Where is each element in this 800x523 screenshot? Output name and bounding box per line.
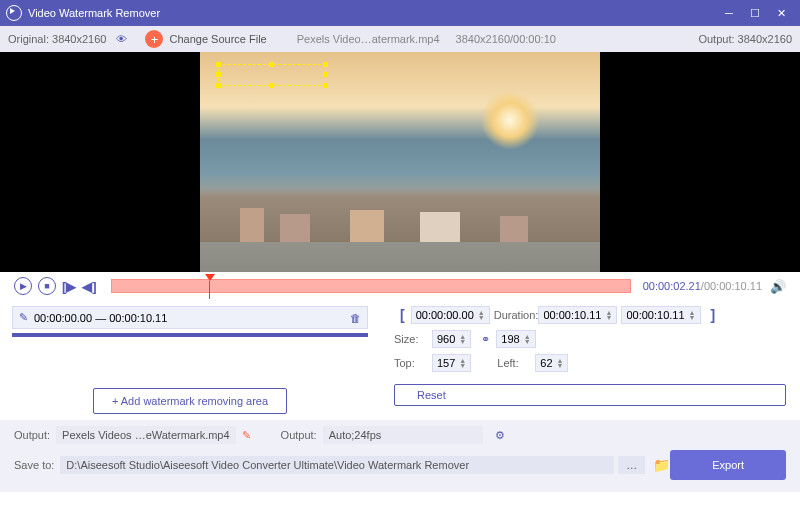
height-input[interactable]: 198▲▼: [496, 330, 535, 348]
watermark-selection-box[interactable]: [218, 64, 326, 86]
add-watermark-area-button[interactable]: + Add watermark removing area: [93, 388, 287, 414]
output-resolution: Output: 3840x2160: [698, 33, 792, 45]
properties-panel: [ 00:00:00.00▲▼ Duration: 00:00:10.11▲▼ …: [380, 300, 800, 420]
left-label: Left:: [497, 357, 531, 369]
start-time-input[interactable]: 00:00:00.00▲▼: [411, 306, 490, 324]
wand-icon: ✎: [19, 311, 28, 324]
top-input[interactable]: 157▲▼: [432, 354, 471, 372]
top-label: Top:: [394, 357, 428, 369]
segment-range: 00:00:00.00 — 00:00:10.11: [34, 312, 167, 324]
titlebar: Video Watermark Remover ─ ☐ ✕: [0, 0, 800, 26]
rename-icon[interactable]: ✎: [242, 429, 251, 442]
video-preview: [0, 52, 800, 272]
output-format-label: Output:: [281, 429, 317, 441]
volume-icon[interactable]: 🔊: [770, 279, 786, 294]
stop-button[interactable]: ■: [38, 277, 56, 295]
duration-label: Duration:: [494, 309, 539, 321]
app-title: Video Watermark Remover: [28, 7, 160, 19]
range-end-bracket-icon[interactable]: ]: [711, 307, 716, 323]
play-button[interactable]: ▶: [14, 277, 32, 295]
width-input[interactable]: 960▲▼: [432, 330, 471, 348]
timeline-slider[interactable]: [111, 279, 631, 293]
left-input[interactable]: 62▲▼: [535, 354, 568, 372]
duration-input[interactable]: 00:00:10.11▲▼: [538, 306, 617, 324]
segment-bar: [12, 333, 368, 337]
open-folder-icon[interactable]: 📁: [653, 457, 670, 473]
change-source-button[interactable]: Change Source File: [169, 33, 266, 45]
output-file-label: Output:: [14, 429, 50, 441]
set-start-button[interactable]: [▶: [62, 279, 76, 294]
range-start-bracket-icon[interactable]: [: [400, 307, 405, 323]
segment-item[interactable]: ✎ 00:00:00.00 — 00:00:10.11 🗑: [12, 306, 368, 329]
save-path-input[interactable]: D:\Aiseesoft Studio\Aiseesoft Video Conv…: [60, 456, 614, 474]
app-logo-icon: [6, 5, 22, 21]
output-filename: Pexels Videos …eWatermark.mp4: [56, 426, 236, 444]
playhead-icon[interactable]: [205, 274, 215, 281]
set-end-button[interactable]: ◀]: [82, 279, 96, 294]
browse-button[interactable]: …: [618, 456, 645, 474]
source-filename: Pexels Video…atermark.mp4: [297, 33, 440, 45]
original-resolution: Original: 3840x2160: [8, 33, 106, 45]
output-settings-icon[interactable]: ⚙: [495, 429, 505, 442]
save-to-label: Save to:: [14, 459, 54, 471]
timecode: 00:00:02.21/00:00:10.11: [643, 280, 762, 292]
reset-button[interactable]: Reset: [394, 384, 786, 406]
delete-segment-icon[interactable]: 🗑: [350, 312, 361, 324]
segments-panel: ✎ 00:00:00.00 — 00:00:10.11 🗑 + Add wate…: [0, 300, 380, 420]
aspect-lock-icon[interactable]: ⚭: [481, 333, 490, 346]
playback-controls: ▶ ■ [▶ ◀] 00:00:02.21/00:00:10.11 🔊: [0, 272, 800, 300]
bottom-bar: Output: Pexels Videos …eWatermark.mp4 ✎ …: [0, 420, 800, 492]
export-button[interactable]: Export: [670, 450, 786, 480]
maximize-button[interactable]: ☐: [742, 0, 768, 26]
info-bar: Original: 3840x2160 👁 + Change Source Fi…: [0, 26, 800, 52]
size-label: Size:: [394, 333, 428, 345]
minimize-button[interactable]: ─: [716, 0, 742, 26]
video-frame[interactable]: [200, 52, 600, 272]
close-button[interactable]: ✕: [768, 0, 794, 26]
output-format-value: Auto;24fps: [323, 426, 483, 444]
end-time-input[interactable]: 00:00:10.11▲▼: [621, 306, 700, 324]
preview-toggle-icon[interactable]: 👁: [116, 33, 127, 45]
add-source-icon[interactable]: +: [145, 30, 163, 48]
source-resolution: 3840x2160/00:00:10: [456, 33, 556, 45]
